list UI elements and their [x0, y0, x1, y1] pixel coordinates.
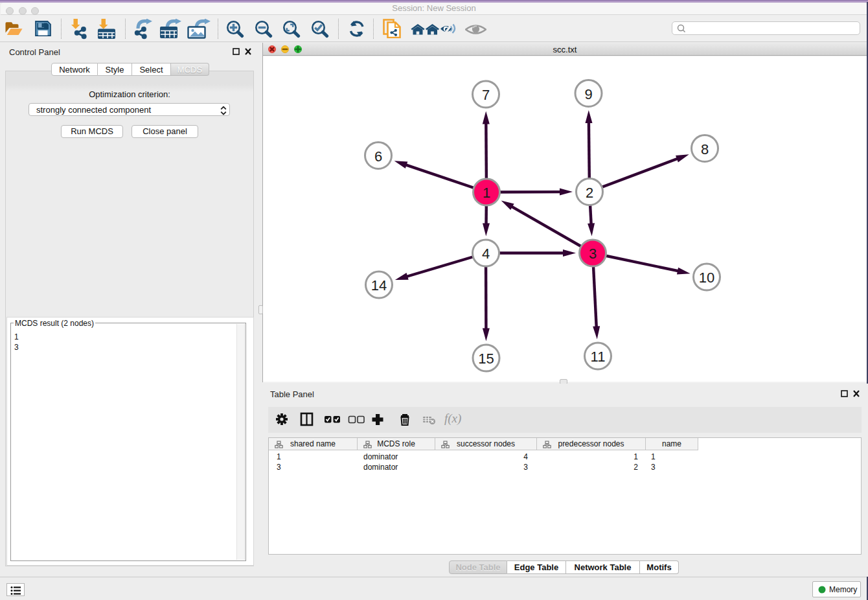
- svg-text:7: 7: [482, 87, 490, 103]
- svg-text:4: 4: [482, 246, 490, 262]
- svg-text:15: 15: [478, 351, 494, 367]
- svg-text:10: 10: [699, 270, 714, 286]
- svg-text:9: 9: [584, 86, 592, 102]
- svg-text:14: 14: [371, 277, 387, 294]
- svg-text:11: 11: [591, 349, 606, 365]
- svg-text:8: 8: [701, 141, 709, 157]
- svg-text:3: 3: [589, 246, 597, 262]
- svg-text:6: 6: [374, 148, 382, 165]
- svg-text:1: 1: [483, 185, 490, 201]
- svg-text:2: 2: [586, 185, 593, 201]
